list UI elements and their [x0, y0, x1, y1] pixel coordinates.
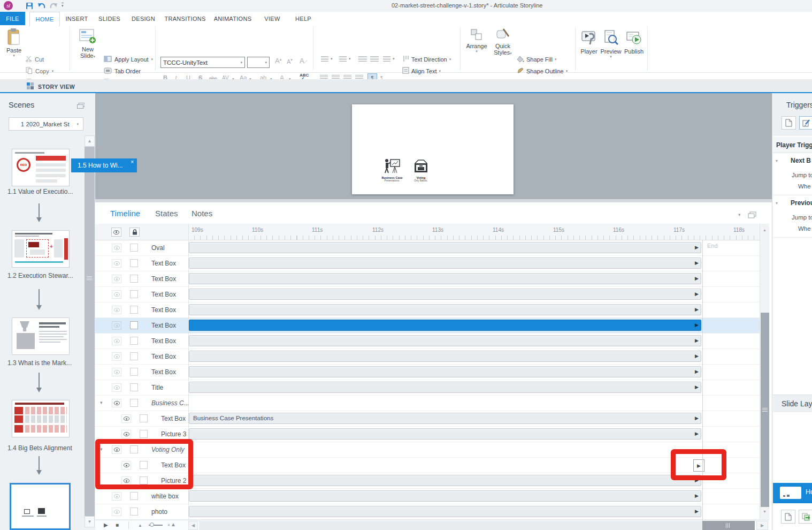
- sidebar-scrollbar[interactable]: [85, 147, 95, 516]
- chevron-down-icon[interactable]: ▾: [393, 57, 395, 61]
- undock-panel-icon[interactable]: [748, 211, 756, 221]
- chevron-down-icon[interactable]: ▾: [331, 57, 333, 61]
- tab-transitions[interactable]: TRANSITIONS: [164, 12, 206, 25]
- lock-checkbox[interactable]: [130, 337, 138, 345]
- visibility-toggle[interactable]: [121, 430, 131, 438]
- timeline-row-oval[interactable]: Oval ▶: [95, 240, 760, 256]
- copy-button[interactable]: Copy ▾: [26, 66, 53, 76]
- timeline-bar[interactable]: ▶: [189, 382, 701, 393]
- tab-timeline[interactable]: Timeline: [110, 209, 140, 218]
- zoom-slider[interactable]: [149, 525, 163, 526]
- player-button[interactable]: Player: [579, 30, 599, 55]
- slide-object-voting[interactable]: Voting Only Ballots.: [410, 159, 432, 182]
- visibility-toggle[interactable]: [112, 337, 121, 345]
- timeline-bar[interactable]: ▶: [189, 242, 701, 253]
- visibility-toggle[interactable]: [112, 321, 121, 330]
- text-direction-button[interactable]: Text Direction ▾: [402, 55, 451, 64]
- tab-design[interactable]: DESIGN: [130, 12, 157, 25]
- lock-checkbox[interactable]: [130, 259, 138, 267]
- trigger-action[interactable]: Jump to: [792, 172, 812, 178]
- tab-order-button[interactable]: Tab Order: [104, 66, 141, 76]
- slide-thumbnail-1-4[interactable]: [12, 400, 70, 437]
- slide-layer-base[interactable]: Ho: [773, 483, 812, 503]
- visibility-toggle[interactable]: [112, 399, 121, 407]
- grow-font-button[interactable]: A▴: [275, 57, 281, 65]
- tab-story-view[interactable]: STORY VIEW: [27, 82, 75, 92]
- timeline-bar[interactable]: ▶: [189, 475, 701, 486]
- lock-checkbox[interactable]: [130, 508, 138, 516]
- lock-all-button[interactable]: [129, 228, 140, 237]
- clear-formatting-button[interactable]: A⟋: [300, 57, 307, 65]
- timeline-bar[interactable]: ▶: [189, 351, 701, 362]
- visibility-toggle[interactable]: [112, 508, 121, 516]
- slide-thumbnail-1-3[interactable]: [12, 317, 70, 355]
- collapse-triangle-icon[interactable]: ▾: [100, 400, 103, 405]
- scroll-left-button[interactable]: ◀: [188, 521, 198, 530]
- edit-trigger-button[interactable]: [799, 116, 812, 130]
- tab-view[interactable]: VIEW: [261, 12, 284, 25]
- zoom-in-small-icon[interactable]: ▲: [167, 523, 171, 526]
- scroll-down-button[interactable]: ▼: [85, 516, 95, 527]
- scrollbar-thumb[interactable]: [761, 313, 769, 507]
- horizontal-scrollbar-thumb[interactable]: [702, 521, 755, 530]
- timeline-row-textbox[interactable]: Text Box ▶: [95, 256, 760, 271]
- shrink-font-button[interactable]: A▾: [287, 58, 293, 65]
- timeline-row-textbox[interactable]: Text Box ▶: [95, 349, 760, 365]
- zoom-slider-handle[interactable]: [150, 523, 154, 527]
- scroll-right-button[interactable]: ▶: [756, 521, 768, 530]
- timeline-bar[interactable]: ▶: [189, 428, 701, 440]
- collapse-triangle-icon[interactable]: ▾: [776, 158, 778, 163]
- tab-slides[interactable]: SLIDES: [97, 12, 122, 25]
- lock-checkbox[interactable]: [130, 244, 138, 252]
- slide[interactable]: Business Case Presentations. Voting Only…: [352, 104, 514, 194]
- timeline-bar[interactable]: ▶: [189, 506, 701, 517]
- lock-checkbox[interactable]: [130, 306, 138, 314]
- redo-button[interactable]: [49, 2, 58, 12]
- bullet-list-icon[interactable]: [321, 56, 328, 62]
- slide-thumbnail-1-5-selected[interactable]: [10, 483, 71, 530]
- tab-states[interactable]: States: [155, 209, 178, 218]
- tab-animations[interactable]: ANIMATIONS: [213, 12, 252, 25]
- preview-button[interactable]: Preview ▾: [600, 30, 622, 59]
- chevron-down-icon[interactable]: ▾: [738, 212, 741, 217]
- visibility-toggle[interactable]: [112, 290, 121, 299]
- collapse-triangle-icon[interactable]: ▾: [776, 201, 778, 206]
- tab-insert[interactable]: INSERT: [64, 12, 89, 25]
- new-slide-button[interactable]: New Slide▾: [76, 29, 99, 59]
- timeline-row-photo[interactable]: photo ▶: [95, 504, 760, 520]
- timeline-bar[interactable]: ▶: [189, 335, 701, 346]
- timeline-row-title[interactable]: Title ▶: [95, 380, 760, 396]
- visibility-toggle[interactable]: [112, 244, 121, 252]
- timeline-row-textbox-voting[interactable]: Text Box ▶: [95, 458, 760, 473]
- tab-home[interactable]: HOME: [29, 12, 60, 26]
- shape-fill-button[interactable]: Shape Fill ▾: [517, 55, 556, 64]
- timeline-row-textbox[interactable]: Text Box ▶: [95, 287, 760, 302]
- lock-checkbox[interactable]: [130, 399, 138, 407]
- lock-checkbox[interactable]: [140, 430, 148, 438]
- timeline-bar[interactable]: ▶: [189, 258, 701, 269]
- visibility-toggle[interactable]: [112, 492, 121, 501]
- timeline-row-white-box[interactable]: white box ▶: [95, 489, 760, 504]
- scroll-up-icon[interactable]: ▲: [763, 228, 767, 232]
- paste-button[interactable]: Paste ▾: [3, 28, 25, 58]
- line-spacing-icon[interactable]: [383, 56, 390, 63]
- timeline-bar-selected[interactable]: ▶: [189, 320, 701, 331]
- timeline-row-textbox[interactable]: Text Box ▶: [95, 271, 760, 287]
- scroll-up-button[interactable]: ▲: [85, 135, 95, 147]
- lock-checkbox[interactable]: [140, 414, 148, 422]
- collapse-panel-icon[interactable]: [77, 102, 85, 111]
- customize-quick-access-button[interactable]: ▾: [62, 3, 64, 8]
- slide-thumbnail-1-1[interactable]: RED: [12, 149, 70, 186]
- save-button[interactable]: [26, 2, 33, 12]
- show-hide-all-button[interactable]: [111, 228, 121, 237]
- timeline-bar[interactable]: ▶: [189, 273, 701, 284]
- timeline-row-picture-3[interactable]: Picture 3 ▶: [95, 427, 760, 442]
- lock-checkbox[interactable]: [130, 368, 138, 376]
- timeline-row-textbox[interactable]: Text Box ▶: [95, 302, 760, 318]
- shape-outline-button[interactable]: Shape Outline ▾: [517, 66, 568, 76]
- timeline-row-textbox-bcp[interactable]: Text Box Business Case Presentations ▶: [95, 411, 760, 427]
- lock-checkbox[interactable]: [130, 352, 138, 360]
- visibility-toggle[interactable]: [121, 414, 131, 423]
- zoom-in-icon[interactable]: ▲: [171, 521, 176, 527]
- tab-help[interactable]: HELP: [292, 12, 315, 25]
